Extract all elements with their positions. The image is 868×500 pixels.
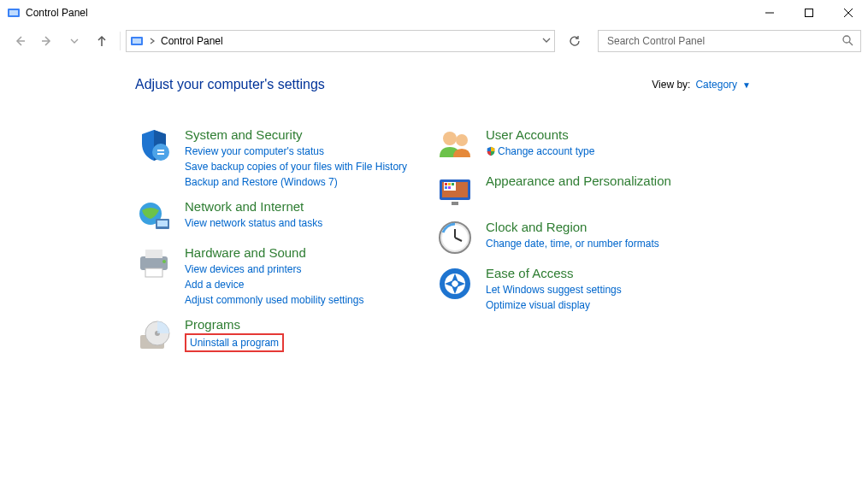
svg-point-11	[843, 36, 850, 43]
svg-line-12	[849, 42, 853, 45]
svg-rect-32	[448, 183, 451, 185]
category-body: Hardware and SoundView devices and print…	[185, 244, 363, 308]
control-panel-icon	[130, 34, 144, 48]
svg-rect-18	[157, 221, 168, 226]
maximize-button[interactable]	[789, 0, 829, 26]
category-title[interactable]: Hardware and Sound	[185, 244, 363, 262]
up-button[interactable]	[89, 28, 115, 54]
category-column-right: User AccountsChange account typeAppearan…	[436, 126, 751, 362]
category-item: Appearance and Personalization	[436, 173, 751, 210]
page-title: Adjust your computer's settings	[135, 77, 325, 92]
svg-rect-35	[448, 186, 451, 189]
category-link[interactable]: Adjust commonly used mobility settings	[185, 292, 363, 308]
monitor-icon[interactable]	[436, 173, 474, 210]
view-by-value[interactable]: Category	[695, 79, 737, 91]
disc-icon[interactable]	[135, 316, 173, 354]
category-body: Clock and RegionChange date, time, or nu…	[486, 219, 659, 256]
category-link[interactable]: Review your computer's status	[185, 144, 407, 159]
breadcrumb-chevron-icon[interactable]	[149, 35, 156, 47]
category-link[interactable]: Save backup copies of your files with Fi…	[185, 159, 407, 174]
category-body: System and SecurityReview your computer'…	[185, 126, 407, 190]
svg-rect-10	[133, 38, 141, 44]
category-link[interactable]: Change account type	[486, 144, 594, 159]
category-body: Appearance and Personalization	[486, 173, 671, 210]
category-link[interactable]: Uninstall a program	[185, 333, 284, 352]
category-title[interactable]: User Accounts	[486, 126, 594, 144]
svg-rect-3	[806, 9, 813, 17]
category-item: Hardware and SoundView devices and print…	[135, 244, 436, 308]
category-link[interactable]: View devices and printers	[185, 262, 363, 277]
category-body: User AccountsChange account type	[486, 126, 594, 164]
category-link[interactable]: Backup and Restore (Windows 7)	[185, 174, 407, 190]
svg-rect-31	[445, 183, 447, 185]
category-item: System and SecurityReview your computer'…	[135, 126, 436, 190]
svg-rect-20	[145, 250, 162, 258]
globe-icon[interactable]	[135, 198, 173, 236]
chevron-down-icon[interactable]: ▼	[742, 80, 751, 90]
svg-rect-34	[445, 186, 447, 189]
category-title[interactable]: System and Security	[185, 126, 407, 144]
minimize-button[interactable]	[750, 0, 789, 26]
printer-icon[interactable]	[135, 244, 173, 282]
forward-button[interactable]	[34, 28, 60, 54]
category-link[interactable]: Optimize visual display	[486, 297, 622, 313]
svg-rect-1	[9, 10, 18, 15]
search-box[interactable]	[598, 30, 861, 52]
refresh-button[interactable]	[562, 30, 588, 52]
category-title[interactable]: Appearance and Personalization	[486, 173, 671, 190]
breadcrumb[interactable]: Control Panel	[161, 35, 223, 47]
address-bar[interactable]: Control Panel	[126, 30, 555, 52]
ease-icon[interactable]	[436, 265, 474, 303]
close-button[interactable]	[829, 0, 868, 26]
window-controls	[750, 0, 868, 26]
category-title[interactable]: Clock and Region	[486, 219, 659, 236]
back-button[interactable]	[7, 28, 32, 54]
svg-point-13	[152, 144, 169, 161]
category-item: Ease of AccessLet Windows suggest settin…	[436, 265, 751, 313]
view-by: View by: Category ▼	[652, 79, 751, 91]
address-dropdown-icon[interactable]	[542, 35, 551, 47]
svg-rect-14	[157, 150, 164, 151]
title-bar-left: Control Panel	[7, 6, 88, 20]
category-item: User AccountsChange account type	[436, 126, 751, 164]
svg-point-26	[443, 132, 457, 145]
category-title[interactable]: Ease of Access	[486, 265, 622, 282]
category-column-left: System and SecurityReview your computer'…	[135, 126, 436, 362]
svg-point-22	[162, 260, 166, 263]
search-input[interactable]	[605, 34, 841, 48]
svg-rect-21	[145, 268, 162, 277]
content-area: Adjust your computer's settings View by:…	[0, 56, 868, 500]
category-link[interactable]: Add a device	[185, 277, 363, 292]
category-title[interactable]: Network and Internet	[185, 198, 322, 215]
category-item: Clock and RegionChange date, time, or nu…	[436, 219, 751, 256]
view-by-label: View by:	[652, 79, 690, 91]
recent-locations-button[interactable]	[62, 28, 87, 54]
svg-rect-33	[452, 183, 454, 185]
category-link[interactable]: Let Windows suggest settings	[486, 282, 622, 297]
nav-bar: Control Panel	[0, 26, 868, 56]
search-icon[interactable]	[841, 34, 853, 49]
window-title: Control Panel	[26, 7, 88, 19]
category-body: ProgramsUninstall a program	[185, 316, 284, 354]
shield-icon[interactable]	[135, 126, 173, 164]
category-item: Network and InternetView network status …	[135, 198, 436, 236]
category-link[interactable]: Change date, time, or number formats	[486, 236, 659, 251]
separator	[120, 32, 121, 50]
clock-icon[interactable]	[436, 219, 474, 256]
title-bar: Control Panel	[0, 0, 868, 26]
category-link[interactable]: View network status and tasks	[185, 215, 322, 231]
users-icon[interactable]	[436, 126, 474, 164]
svg-rect-15	[157, 153, 164, 155]
control-panel-icon	[7, 6, 21, 20]
svg-point-27	[456, 134, 468, 146]
category-item: ProgramsUninstall a program	[135, 316, 436, 354]
svg-rect-36	[452, 202, 458, 205]
category-body: Ease of AccessLet Windows suggest settin…	[486, 265, 622, 313]
category-title[interactable]: Programs	[185, 316, 284, 333]
category-body: Network and InternetView network status …	[185, 198, 322, 236]
